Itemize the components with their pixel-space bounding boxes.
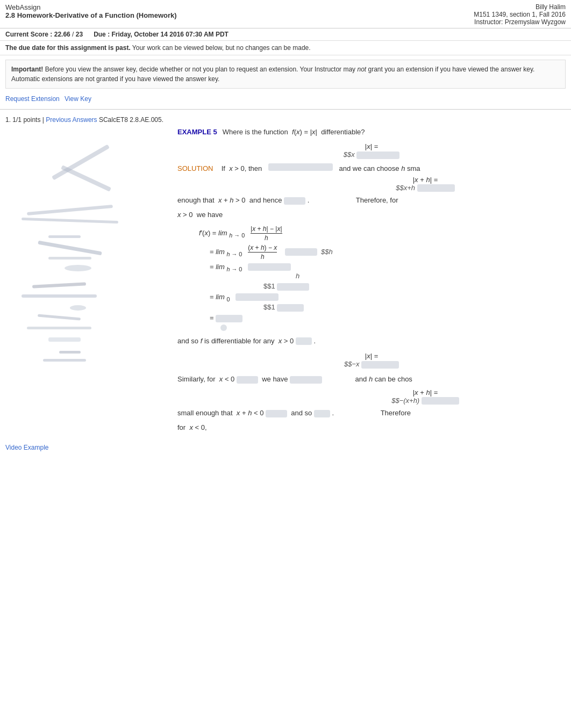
divider <box>0 109 571 110</box>
fprime-final: = <box>210 314 566 322</box>
graph-placeholder <box>5 128 156 439</box>
score-total: 23 <box>76 31 83 38</box>
dollar-1a: $$1 <box>263 282 566 291</box>
abs-neg-value: $$−x <box>344 360 360 368</box>
abs-h2-formula: |x + h| = $$−(x+h) <box>285 388 566 405</box>
fprime-block: f′(x) = lim h → 0 |x + h| − |x| h <box>199 225 566 242</box>
abs-eq-1: |x| = <box>365 142 378 150</box>
abs-formula-1: |x| = $$x <box>177 142 566 159</box>
blurred-18 <box>314 410 330 417</box>
blurred-1 <box>356 152 399 159</box>
blurred-4 <box>284 197 305 205</box>
x-pos-text: x > 0 we have <box>177 210 566 221</box>
blurred-17 <box>266 410 287 417</box>
score-bar: Current Score : 22.66 / 23 Due : Friday,… <box>0 28 571 41</box>
frac1-numer: |x + h| − |x| <box>251 225 282 234</box>
frac2-numer: (x + h) − x <box>248 244 277 253</box>
user-name: Billy Halim <box>474 3 566 11</box>
example-header: EXAMPLE 5 Where is the function f(x) = |… <box>177 128 566 136</box>
abs-h2-value: $$−(x+h) <box>391 397 419 405</box>
abs-h-eq: |x + h| = <box>413 176 438 184</box>
dollar-1b-val: $$1 <box>263 303 275 311</box>
view-key-link[interactable]: View Key <box>65 95 91 103</box>
problem-number: 1. <box>5 116 11 124</box>
frac2-denom: h <box>248 253 277 261</box>
user-course: M151 1349, section 1, Fall 2016 <box>474 11 566 18</box>
blurred-dot <box>220 323 566 331</box>
dollar-1b: $$1 <box>263 303 566 312</box>
notice-bold: Important! <box>11 66 43 73</box>
blurred-3 <box>417 184 455 192</box>
solution-label: SOLUTION <box>177 164 213 172</box>
diff-any-text: and so f is differentiable for any x > 0… <box>177 336 566 347</box>
fprime-step2: = lim h → 0 (x + h) − x h $$h <box>210 244 566 261</box>
solution-text: If x > 0, then <box>222 164 262 172</box>
fprime-step3: = lim h → 0 h <box>210 263 566 280</box>
small-text: small enough that x + h < 0 and so . The… <box>177 408 566 419</box>
blurred-14 <box>237 376 258 384</box>
abs-h-value: $$x+h <box>396 184 415 192</box>
blurred-12 <box>296 337 312 345</box>
blurred-2 <box>268 163 333 171</box>
frac2: (x + h) − x h <box>248 244 277 261</box>
fprime-step4: = lim 0 <box>210 293 566 302</box>
similarly-text: Similarly, for x < 0 we have and h can b… <box>177 374 566 385</box>
h-label: h <box>296 272 299 280</box>
dollar-1a-val: $$1 <box>263 282 275 290</box>
blurred-16 <box>422 397 459 405</box>
frac1: |x + h| − |x| h <box>251 225 282 242</box>
user-info: Billy Halim M151 1349, section 1, Fall 2… <box>474 3 566 26</box>
due-label: Due : <box>94 31 110 38</box>
blurred-6 <box>248 263 291 271</box>
problem-separator: | <box>42 116 44 124</box>
abs-value-1: $$x <box>344 150 355 158</box>
abs-h-formula: |x + h| = $$x+h <box>285 176 566 192</box>
due-date: Friday, October 14 2016 07:30 AM PDT <box>111 31 228 38</box>
solution-and: and we can choose h sma <box>339 164 420 172</box>
example-question: Where is the function f(x) = |x| differe… <box>223 128 365 136</box>
alert-bar: The due date for this assignment is past… <box>0 41 571 55</box>
problem-section: 1. 1/1 points | Previous Answers SCalcET… <box>0 112 571 456</box>
solution-line-1: SOLUTION If x > 0, then and we can choos… <box>177 163 566 172</box>
problem-code: SCalcET8 2.8.AE.005. <box>99 116 163 124</box>
problem-content: Video Example EXAMPLE 5 Where is the fun… <box>5 128 566 451</box>
app-name: WebAssign <box>5 3 177 11</box>
dollar-h: $$h <box>321 248 333 256</box>
blurred-11 <box>220 325 227 331</box>
frac1-denom: h <box>251 234 282 242</box>
problem-header: 1. 1/1 points | Previous Answers SCalcET… <box>5 116 566 124</box>
left-image-area: Video Example <box>5 128 177 451</box>
score-value: 22.66 <box>54 31 70 38</box>
notice-text1: Before you view the answer key, decide w… <box>45 66 358 73</box>
blurred-9 <box>277 304 304 312</box>
blurred-5 <box>285 248 317 256</box>
blurred-7 <box>277 283 309 291</box>
assignment-title: 2.8 Homework-Derivative of a Function (H… <box>5 11 177 19</box>
blurred-13 <box>361 361 399 369</box>
notice-box: Important! Before you view the answer ke… <box>5 60 566 89</box>
enough-text: enough that x + h > 0 and hence . Theref… <box>177 195 566 206</box>
top-bar: WebAssign 2.8 Homework-Derivative of a F… <box>0 0 571 28</box>
blurred-10 <box>216 315 242 322</box>
user-instructor: Instructor: Przemyslaw Wyzgow <box>474 18 566 26</box>
blurred-15 <box>290 376 322 384</box>
blurred-8 <box>235 293 279 301</box>
previous-answers-link[interactable]: Previous Answers <box>46 116 97 124</box>
problem-points: 1/1 points <box>12 116 40 124</box>
abs-neg-formula: |x| = $$−x <box>177 352 566 369</box>
example-label: EXAMPLE 5 <box>177 128 217 136</box>
right-content: EXAMPLE 5 Where is the function f(x) = |… <box>177 128 566 451</box>
video-example-link[interactable]: Video Example <box>5 444 172 451</box>
score-label: Current Score : <box>5 31 52 38</box>
top-left: WebAssign 2.8 Homework-Derivative of a F… <box>5 3 177 26</box>
notice-italic: not <box>357 66 366 73</box>
for-x-text: for x < 0, <box>177 422 566 434</box>
request-extension-link[interactable]: Request Extension <box>5 95 60 103</box>
alert-rest: Your work can be viewed below, but no ch… <box>132 44 311 52</box>
alert-bold: The due date for this assignment is past… <box>5 44 131 52</box>
action-links: Request Extension View Key <box>0 93 571 107</box>
